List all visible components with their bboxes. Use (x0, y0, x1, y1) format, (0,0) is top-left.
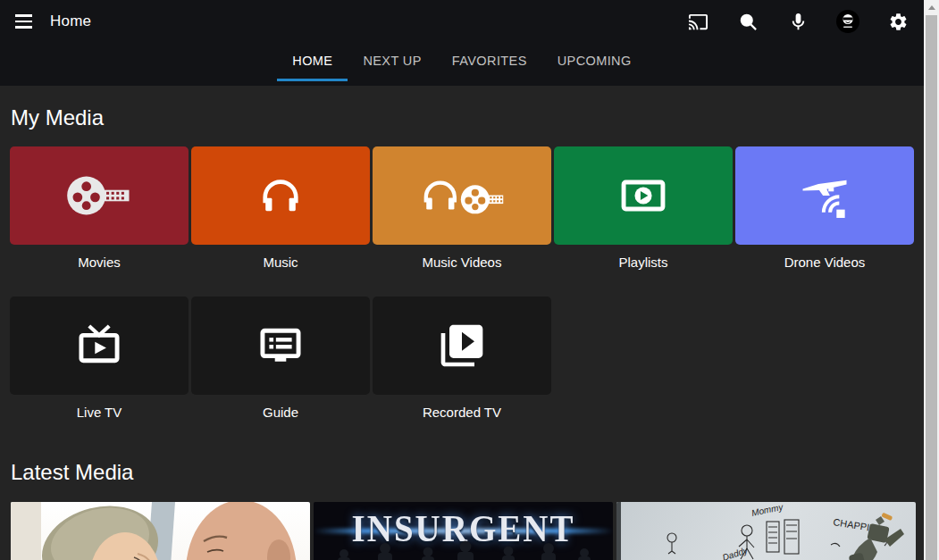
tab-favorites[interactable]: FAVORITES (437, 43, 542, 81)
tile-label: Music (191, 255, 370, 271)
music-videos-card[interactable] (373, 146, 551, 245)
microphone-icon[interactable] (786, 10, 809, 33)
drone-videos-card[interactable] (735, 146, 914, 245)
wall-text-daddy: Daddy (721, 545, 750, 560)
ex-machina-art (11, 502, 310, 560)
tile-label: Playlists (554, 255, 733, 271)
music-card[interactable] (191, 146, 370, 245)
guide-card[interactable] (191, 297, 370, 395)
wall-text-mommy: Mommy (750, 502, 784, 518)
library-tile-guide: Guide (191, 297, 370, 421)
tab-upcoming[interactable]: UPCOMING (542, 43, 647, 81)
app-header: Home (0, 0, 924, 86)
library-tile-drone-videos: Drone Videos (735, 146, 914, 271)
insurgent-figures (314, 502, 613, 560)
tile-label: Movies (10, 255, 189, 271)
section-title-latest-media: Latest Media (11, 460, 924, 485)
library-tile-music: Music (191, 146, 370, 271)
tv-guide-icon (256, 321, 306, 371)
top-bar: Home (0, 0, 924, 43)
tab-next-up[interactable]: NEXT UP (348, 43, 436, 81)
recorded-tv-card[interactable] (373, 297, 551, 395)
user-avatar[interactable] (836, 10, 859, 33)
headphones-film-reel-icon (419, 172, 504, 219)
main-content: Home (0, 0, 924, 560)
drone-signal-icon (800, 171, 850, 221)
tile-label: Recorded TV (373, 405, 551, 421)
chappie-art: Mommy CHAPPIE Daddy (616, 502, 916, 560)
live-tv-card[interactable] (10, 297, 189, 395)
headphones-icon (256, 171, 306, 221)
latest-media-row: INSURGENT (0, 502, 924, 560)
library-tile-music-videos: Music Videos (373, 146, 551, 271)
app-window: Home (0, 0, 939, 560)
scrollbar-up-arrow[interactable] (924, 0, 939, 15)
tile-label: Guide (191, 405, 370, 421)
backdrop-chappie[interactable]: Mommy CHAPPIE Daddy (616, 502, 916, 560)
tab-home[interactable]: HOME (277, 43, 348, 81)
my-media-row-2: Live TV Guide (0, 297, 924, 421)
scrollbar[interactable] (924, 0, 939, 560)
live-tv-icon (74, 321, 124, 371)
page-title: Home (50, 13, 91, 30)
library-tile-playlists: Playlists (554, 146, 733, 271)
library-tile-live-tv: Live TV (10, 297, 189, 421)
backdrop-ex-machina[interactable] (11, 502, 310, 560)
header-actions (686, 10, 910, 33)
film-reel-icon (63, 171, 134, 221)
tile-label: Drone Videos (735, 255, 914, 271)
video-library-icon (437, 321, 487, 371)
scrollbar-thumb[interactable] (926, 15, 937, 560)
play-screen-icon (618, 171, 668, 221)
backdrop-insurgent[interactable]: INSURGENT (314, 502, 613, 560)
search-icon[interactable] (736, 10, 759, 33)
tab-bar: HOME NEXT UP FAVORITES UPCOMING (0, 43, 924, 86)
cast-icon[interactable] (686, 10, 709, 33)
movies-card[interactable] (10, 146, 189, 245)
tile-label: Live TV (10, 405, 189, 421)
library-tile-recorded-tv: Recorded TV (373, 297, 551, 421)
library-tile-movies: Movies (10, 146, 189, 271)
my-media-row-1: Movies Music (0, 146, 924, 271)
home-page: My Media (0, 86, 924, 560)
section-title-my-media: My Media (11, 86, 924, 130)
playlists-card[interactable] (554, 146, 733, 245)
settings-gear-icon[interactable] (886, 10, 910, 33)
hamburger-menu-icon[interactable] (13, 11, 34, 32)
tile-label: Music Videos (373, 255, 551, 271)
